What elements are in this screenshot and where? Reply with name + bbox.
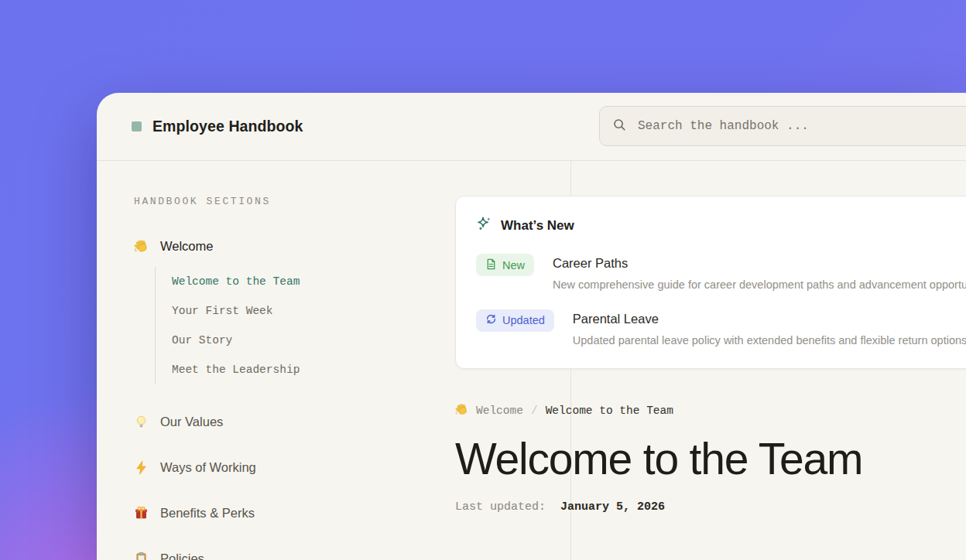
new-badge: New: [476, 254, 534, 276]
search-input[interactable]: [636, 118, 966, 134]
last-updated: Last updated: January 5, 2026: [455, 500, 966, 514]
sidebar-item-label: Ways of Working: [160, 460, 256, 475]
breadcrumb-page: Welcome to the Team: [546, 405, 673, 417]
sidebar-item-label: Benefits & Perks: [160, 506, 255, 521]
breadcrumb-section[interactable]: Welcome: [476, 405, 523, 417]
app-header: Employee Handbook: [97, 93, 966, 161]
whats-new-card: What’s New New Career Paths New comprehe…: [455, 196, 966, 369]
whats-new-item-career-paths[interactable]: New Career Paths New comprehensive guide…: [476, 254, 966, 291]
sidebar-item-our-values[interactable]: Our Values: [134, 413, 428, 430]
badge-label: Updated: [502, 314, 545, 326]
whats-new-item-title: Career Paths: [553, 256, 966, 271]
breadcrumb: Welcome / Welcome to the Team: [455, 403, 966, 419]
breadcrumb-separator: /: [531, 405, 538, 417]
clipboard-emoji-icon: [134, 551, 149, 560]
brand: Employee Handbook: [132, 93, 303, 160]
wave-emoji-icon: [455, 403, 468, 419]
handbook-window: Employee Handbook HANDBOOK SECTIONS Welc…: [97, 93, 966, 560]
whats-new-header: What’s New: [476, 216, 966, 235]
sidebar-subitem-welcome-to-the-team[interactable]: Welcome to the Team: [172, 267, 428, 296]
logo-square-icon: [132, 121, 142, 131]
wave-emoji-icon: [134, 239, 149, 254]
search-icon: [612, 118, 627, 135]
last-updated-label: Last updated:: [455, 500, 546, 514]
sidebar-item-policies[interactable]: Policies: [134, 550, 428, 560]
sidebar-item-label: Our Values: [160, 415, 223, 429]
sidebar-item-ways-of-working[interactable]: Ways of Working: [134, 459, 428, 476]
refresh-icon: [485, 313, 497, 327]
bolt-emoji-icon: [134, 460, 149, 475]
document-icon: [485, 258, 497, 272]
whats-new-item-description: New comprehensive guide for career devel…: [553, 278, 966, 291]
sidebar-subitem-meet-the-leadership[interactable]: Meet the Leadership: [172, 355, 428, 384]
last-updated-value: January 5, 2026: [560, 500, 665, 514]
whats-new-item-body: Parental Leave Updated parental leave po…: [573, 309, 966, 347]
updated-badge: Updated: [476, 309, 554, 332]
sidebar-subitem-your-first-week[interactable]: Your First Week: [172, 296, 428, 326]
app-title: Employee Handbook: [152, 118, 303, 135]
sidebar: HANDBOOK SECTIONS Welcome Welcome to the…: [134, 160, 428, 560]
whats-new-item-body: Career Paths New comprehensive guide for…: [553, 254, 966, 291]
search-box[interactable]: [599, 106, 966, 146]
sidebar-sublist-welcome: Welcome to the Team Your First Week Our …: [155, 267, 428, 384]
bulb-emoji-icon: [134, 415, 149, 429]
page-title: Welcome to the Team: [455, 436, 966, 483]
sparkles-icon: [476, 216, 492, 235]
sidebar-item-benefits-perks[interactable]: Benefits & Perks: [134, 504, 428, 521]
gift-emoji-icon: [134, 506, 149, 521]
sidebar-item-welcome[interactable]: Welcome: [134, 237, 428, 254]
whats-new-item-parental-leave[interactable]: Updated Parental Leave Updated parental …: [476, 309, 966, 347]
whats-new-item-title: Parental Leave: [573, 312, 966, 327]
sidebar-subitem-our-story[interactable]: Our Story: [172, 326, 428, 355]
main-content: What’s New New Career Paths New comprehe…: [455, 160, 966, 560]
sidebar-heading: HANDBOOK SECTIONS: [134, 196, 428, 207]
sidebar-item-label: Welcome: [160, 239, 213, 254]
whats-new-title: What’s New: [501, 218, 574, 234]
whats-new-item-description: Updated parental leave policy with exten…: [573, 334, 966, 347]
sidebar-item-label: Policies: [160, 551, 204, 560]
badge-label: New: [502, 259, 525, 271]
desktop-background: Employee Handbook HANDBOOK SECTIONS Welc…: [0, 0, 966, 560]
